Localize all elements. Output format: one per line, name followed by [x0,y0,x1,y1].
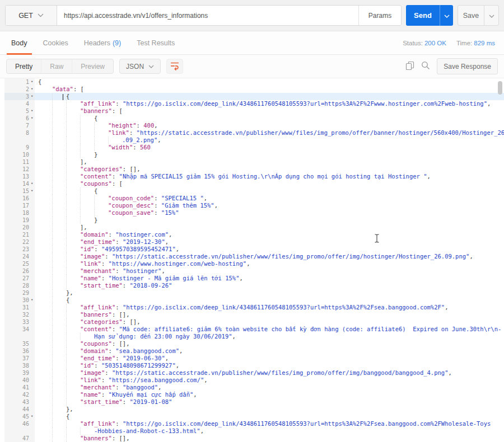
indent-guide [66,267,80,275]
fold-arrow-icon[interactable]: ▾ [29,86,35,93]
code-line-text: "end_time": "2019-06-30", [35,355,504,362]
code-row[interactable]: 10} [0,151,504,158]
fold-arrow-icon[interactable]: ▾ [29,107,35,115]
fold-arrow-icon[interactable]: ▾ [29,78,35,86]
url-input[interactable] [57,6,358,25]
indent-guide [52,318,66,326]
indent-guide [52,347,66,355]
gutter-cell: 1▾ [0,78,35,86]
fold-arrow-icon[interactable]: ▾ [29,93,35,100]
fold-arrow-icon[interactable]: ▾ [29,187,35,195]
code-row[interactable]: 43"start_time": "2019-01-08" [0,398,504,406]
tab-cookies[interactable]: Cookies [35,31,76,54]
code-row[interactable]: 47"banners": [], [0,435,504,442]
code-row[interactable]: Hạn sử dụng: đến 23:00 ngày 30/06/2019", [0,333,504,340]
code-row[interactable]: .09_2.png", [0,137,504,144]
save-response-button[interactable]: Save Response [437,58,498,74]
code-row[interactable]: 38"id": "5035148098671299927", [0,362,504,369]
indent-guide [66,347,80,355]
code-row[interactable]: 14▾"coupons": [ [0,180,504,187]
code-row[interactable]: 39"image": "https://static.accesstrade.v… [0,369,504,377]
fold-arrow-icon[interactable]: ▾ [29,297,35,304]
code-row[interactable]: 26"merchant": "hostinger", [0,267,504,275]
code-row[interactable]: 33"categories": [], [0,318,504,326]
tab-headers[interactable]: Headers (9) [76,31,129,54]
code-row[interactable]: -Hobbies-and-Robot-c-133.html", [0,427,504,435]
code-row[interactable]: 6▾{ [0,115,504,122]
tab-body[interactable]: Body [3,31,35,54]
response-body-editor[interactable]: 1▾{2▾"data": [3▾{4"aff_link": "https://g… [0,78,504,442]
code-row[interactable]: 42"name": "Khuyến mại cực hấp dẫn", [0,391,504,398]
search-button[interactable] [421,61,430,72]
code-row[interactable]: 5▾"banners": [ [0,107,504,115]
code-row[interactable]: 1▾{ [0,78,504,86]
code-row[interactable]: 45▾{ [0,413,504,420]
code-line-text: "domain": "hostinger.com", [35,231,504,238]
copy-icon [405,61,414,72]
code-row[interactable]: 36"domain": "sea.banggood.com", [0,347,504,355]
code-row[interactable]: 2▾"data": [ [0,86,504,93]
code-row[interactable]: 15▾{ [0,187,504,195]
code-row[interactable]: 25"link": "https://www.hostinger.com/web… [0,260,504,267]
raw-button[interactable]: Raw [41,59,72,73]
code-row[interactable]: 8"link": "https://static.accesstrade.vn/… [0,129,504,137]
params-button[interactable]: Params [358,6,401,25]
indent-guide [52,326,66,333]
code-row[interactable]: 24"image": "https://static.accesstrade.v… [0,253,504,260]
indent-guide [66,151,80,158]
code-row[interactable]: 37"end_time": "2019-06-30", [0,355,504,362]
indent-guide [66,224,80,231]
fold-arrow-icon[interactable]: ▾ [29,115,35,122]
code-row[interactable]: 3▾{ [0,93,504,100]
code-row[interactable]: 7"height": 400, [0,122,504,129]
code-row[interactable]: 31"aff_link": "https://go.isclix.com/dee… [0,304,504,311]
code-row[interactable]: 22"end_time": "2019-12-30", [0,238,504,246]
indent-guide [38,180,52,187]
code-row[interactable]: 34"content": "Mã code: affiliate6: giảm … [0,326,504,333]
gutter-cell: 19 [0,217,35,224]
code-row[interactable]: 44}, [0,406,504,413]
scrollbar-track[interactable] [497,79,503,441]
pretty-button[interactable]: Pretty [7,59,41,73]
copy-button[interactable] [405,61,414,72]
send-dropdown-button[interactable] [440,5,453,26]
code-row[interactable]: 35"coupons": [], [0,340,504,347]
indent-guide [52,100,66,107]
code-row[interactable]: 27"name": "Hostinger - Mã giảm giá lên t… [0,275,504,282]
send-button[interactable]: Send [406,5,440,26]
gutter-cell: 37 [0,355,35,362]
code-row[interactable]: 21"domain": "hostinger.com", [0,231,504,238]
view-mode-group: Pretty Raw Preview [6,59,114,74]
code-row[interactable]: 29}, [0,289,504,297]
code-row[interactable]: 4"aff_link": "https://go.isclix.com/deep… [0,100,504,107]
preview-button[interactable]: Preview [72,59,113,73]
code-row[interactable]: 19} [0,217,504,224]
code-row[interactable]: 30▾{ [0,297,504,304]
tab-test-results[interactable]: Test Results [129,31,183,54]
line-number: 21 [22,231,29,238]
code-row[interactable]: 40"link": "https://sea.banggood.com/", [0,377,504,384]
code-row[interactable]: 41"merchant": "banggood", [0,384,504,391]
code-row[interactable]: 13"content": "Nhập mã SPECIAL15 giảm 15%… [0,173,504,180]
method-select[interactable]: GET [6,6,57,25]
format-select[interactable]: JSON [119,59,161,74]
code-row[interactable]: 32"banners": [], [0,311,504,318]
code-row[interactable]: 18"coupon_save": "15%" [0,209,504,217]
code-row[interactable]: 28"start_time": "2018-09-26" [0,282,504,289]
save-dropdown-button[interactable] [484,6,498,25]
fold-arrow-icon[interactable]: ▾ [29,413,35,420]
code-row[interactable]: 20], [0,224,504,231]
indent-guide [66,333,80,340]
wrap-text-button[interactable] [166,59,183,74]
code-row[interactable]: 46"aff_link": "https://go.isclix.com/dee… [0,420,504,427]
code-row[interactable]: 9"width": 560 [0,144,504,151]
code-row[interactable]: 23"id": "4959570389595452471", [0,246,504,253]
code-row[interactable]: 17"coupon_desc": "Giảm thêm 15%", [0,202,504,209]
code-row[interactable]: 12"categories": [], [0,166,504,173]
code-line-text: "aff_link": "https://go.isclix.com/deep_… [35,420,504,427]
code-row[interactable]: 11], [0,158,504,166]
save-button[interactable]: Save [458,6,484,25]
code-row[interactable]: 16"coupon_code": "SPECIAL15 ", [0,195,504,202]
scrollbar-thumb[interactable] [498,81,502,95]
fold-arrow-icon[interactable]: ▾ [29,180,35,187]
